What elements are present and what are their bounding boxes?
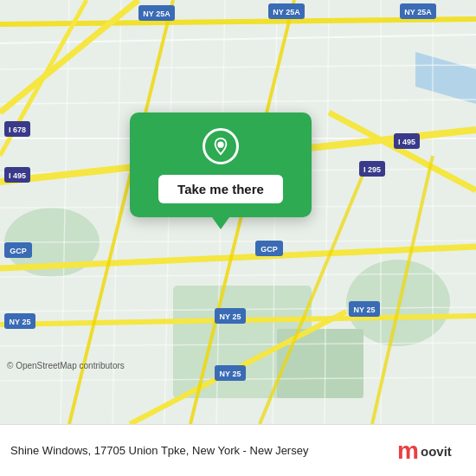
address-text: Shine Windows, 17705 Union Tpke, New Yor… — [10, 444, 389, 457]
moovit-logo: m oovit — [397, 439, 466, 463]
svg-text:GCP: GCP — [10, 247, 27, 255]
moovit-wordmark: oovit — [421, 441, 466, 460]
svg-text:I 495: I 495 — [398, 138, 415, 146]
svg-text:NY 25A: NY 25A — [143, 10, 170, 18]
svg-text:I 678: I 678 — [9, 125, 26, 134]
svg-text:NY 25A: NY 25A — [273, 8, 300, 16]
osm-attribution: © OpenStreetMap contributors — [7, 361, 125, 370]
moovit-m-letter: m — [397, 439, 419, 463]
location-popup[interactable]: Take me there — [130, 113, 312, 217]
svg-text:oovit: oovit — [421, 444, 452, 459]
svg-text:NY 25: NY 25 — [220, 370, 241, 378]
svg-point-63 — [217, 142, 223, 148]
svg-text:NY 25: NY 25 — [10, 318, 31, 326]
map-view[interactable]: NY 25A NY 25A NY 25A I 678 I 495 I 495 I… — [0, 0, 476, 424]
take-me-there-button[interactable]: Take me there — [158, 175, 283, 203]
svg-text:I 495: I 495 — [9, 171, 26, 180]
svg-text:NY 25A: NY 25A — [404, 8, 432, 16]
pin-icon — [203, 128, 239, 164]
svg-text:GCP: GCP — [261, 245, 278, 254]
svg-text:NY 25: NY 25 — [220, 312, 241, 321]
svg-text:NY 25: NY 25 — [354, 306, 376, 314]
bottom-bar: Shine Windows, 17705 Union Tpke, New Yor… — [0, 424, 476, 476]
svg-text:I 295: I 295 — [363, 165, 381, 174]
